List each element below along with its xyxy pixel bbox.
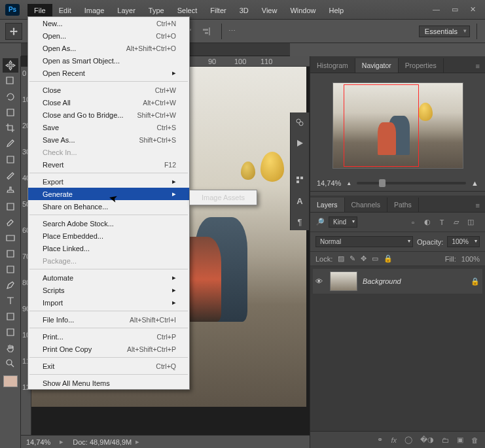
opacity-value[interactable]: 100%	[447, 236, 480, 247]
fill-value[interactable]: 100%	[461, 255, 480, 263]
quick-select-tool[interactable]	[3, 105, 18, 120]
zoom-tool[interactable]	[3, 356, 18, 371]
brushes-icon[interactable]	[294, 174, 306, 186]
menuitem-open-as[interactable]: Open As...Alt+Shift+Ctrl+O	[28, 42, 189, 54]
menuitem-exit[interactable]: ExitCtrl+Q	[28, 360, 189, 372]
menuitem-revert[interactable]: RevertF12	[28, 158, 189, 171]
eyedropper-tool[interactable]	[3, 137, 18, 151]
menu-3d[interactable]: 3D	[233, 4, 255, 17]
tab-paths[interactable]: Paths	[387, 198, 419, 212]
menu-select[interactable]: Select	[171, 4, 204, 17]
adjustments-icon[interactable]	[294, 116, 306, 128]
menuitem-scripts[interactable]: Scripts▸	[28, 284, 189, 296]
more-icon[interactable]: ⋯	[228, 27, 236, 35]
menuitem-print-one-copy[interactable]: Print One CopyAlt+Shift+Ctrl+P	[28, 343, 189, 355]
visibility-icon[interactable]: 👁	[315, 277, 325, 285]
menuitem-close-all[interactable]: Close AllAlt+Ctrl+W	[28, 96, 189, 109]
lock-position-icon[interactable]: ✥	[361, 254, 367, 263]
menuitem-automate[interactable]: Automate▸	[28, 271, 189, 284]
menu-file[interactable]: File	[27, 4, 52, 17]
zoom-slider[interactable]	[357, 182, 466, 184]
crop-tool[interactable]	[3, 121, 18, 135]
type-tool[interactable]	[3, 294, 18, 308]
pen-tool[interactable]	[3, 278, 18, 292]
filter-shape-icon[interactable]: ▱	[451, 217, 461, 228]
menu-image[interactable]: Image	[78, 4, 111, 17]
eraser-tool[interactable]	[3, 215, 18, 230]
paragraph-icon[interactable]: ¶	[294, 216, 306, 228]
menuitem-save-as[interactable]: Save As...Shift+Ctrl+S	[28, 133, 189, 146]
gradient-tool[interactable]	[3, 231, 18, 245]
fill-adjust-icon[interactable]: �◑	[420, 436, 434, 444]
tab-histogram[interactable]: Histogram	[310, 58, 355, 73]
layer-row[interactable]: 👁 Background 🔒	[313, 269, 482, 294]
character-icon[interactable]: A	[294, 195, 306, 207]
layer-filter-kind[interactable]: Kind	[329, 216, 357, 228]
group-icon[interactable]: 🗀	[442, 436, 449, 444]
menuitem-import[interactable]: Import▸	[28, 296, 189, 309]
workspace-dropdown[interactable]: Essentials	[419, 26, 470, 37]
lasso-tool[interactable]	[3, 90, 18, 104]
menu-window[interactable]: Window	[283, 4, 322, 17]
link-layers-icon[interactable]: ⚭	[377, 436, 383, 444]
brush-tool[interactable]	[3, 168, 18, 182]
history-brush-tool[interactable]	[3, 199, 18, 214]
hand-tool[interactable]	[3, 341, 18, 355]
layer-name[interactable]: Background	[363, 277, 401, 285]
stamp-tool[interactable]	[3, 184, 18, 198]
menu-edit[interactable]: Edit	[52, 4, 78, 17]
menuitem-show-all-menu-items[interactable]: Show All Menu Items	[28, 377, 189, 389]
status-zoom[interactable]: 14,74%	[26, 438, 50, 446]
layer-mask-icon[interactable]: ◯	[404, 436, 412, 444]
tab-navigator[interactable]: Navigator	[355, 58, 399, 73]
menuitem-close-and-go-to-bridge[interactable]: Close and Go to Bridge...Shift+Ctrl+W	[28, 109, 189, 121]
marquee-tool[interactable]	[3, 74, 18, 88]
menuitem-search-adobe-stock[interactable]: Search Adobe Stock...	[28, 217, 189, 230]
menuitem-new[interactable]: New...Ctrl+N	[28, 17, 189, 29]
menu-filter[interactable]: Filter	[204, 4, 232, 17]
delete-layer-icon[interactable]: 🗑	[471, 436, 478, 444]
lock-brush-icon[interactable]: ✎	[350, 254, 355, 263]
panel-menu-icon[interactable]: ≡	[471, 199, 485, 212]
menuitem-open[interactable]: Open...Ctrl+O	[28, 29, 189, 42]
layer-fx-icon[interactable]: fx	[391, 436, 397, 444]
filter-pixel-icon[interactable]: ▫	[408, 217, 418, 228]
menu-type[interactable]: Type	[142, 4, 171, 17]
navigator-zoom[interactable]: 14,74%	[317, 179, 341, 187]
menuitem-open-as-smart-object[interactable]: Open as Smart Object...	[28, 54, 189, 67]
tab-layers[interactable]: Layers	[310, 198, 345, 212]
filter-adjust-icon[interactable]: ◐	[422, 217, 433, 228]
path-select-tool[interactable]	[3, 309, 18, 324]
zoom-out-icon[interactable]: ▲	[346, 181, 351, 186]
tab-properties[interactable]: Properties	[399, 58, 444, 73]
menuitem-place-linked[interactable]: Place Linked...	[28, 242, 189, 254]
panel-menu-icon[interactable]: ≡	[471, 60, 485, 73]
dodge-tool[interactable]	[3, 262, 18, 277]
heal-tool[interactable]	[3, 152, 18, 167]
lock-all-icon[interactable]: 🔒	[384, 254, 393, 263]
filter-smart-icon[interactable]: ◫	[465, 217, 476, 228]
navigator-viewport-box[interactable]	[344, 84, 419, 167]
tab-channels[interactable]: Channels	[345, 198, 387, 212]
move-tool[interactable]	[3, 58, 18, 73]
navigator-thumbnail[interactable]	[332, 82, 463, 169]
new-layer-icon[interactable]: ▣	[457, 436, 463, 444]
submenuitem-image-assets[interactable]: Image Assets	[190, 192, 257, 203]
filter-type-icon[interactable]: T	[437, 217, 447, 228]
menuitem-file-info[interactable]: File Info...Alt+Shift+Ctrl+I	[28, 313, 189, 326]
menuitem-export[interactable]: Export▸	[28, 175, 189, 188]
menuitem-save[interactable]: SaveCtrl+S	[28, 121, 189, 133]
menuitem-print[interactable]: Print...Ctrl+P	[28, 330, 189, 343]
lock-pixels-icon[interactable]: ▨	[338, 254, 344, 263]
rectangle-tool[interactable]	[3, 325, 18, 339]
menuitem-place-embedded[interactable]: Place Embedded...	[28, 230, 189, 242]
menuitem-close[interactable]: CloseCtrl+W	[28, 84, 189, 96]
align-right-icon[interactable]	[198, 23, 215, 40]
menu-layer[interactable]: Layer	[111, 4, 142, 17]
zoom-in-icon[interactable]: ▲	[471, 179, 478, 187]
menu-view[interactable]: View	[255, 4, 284, 17]
lock-artboard-icon[interactable]: ▭	[372, 254, 378, 263]
foreground-swatch[interactable]	[3, 375, 18, 387]
menuitem-open-recent[interactable]: Open Recent▸	[28, 67, 189, 79]
menu-help[interactable]: Help	[323, 4, 351, 17]
